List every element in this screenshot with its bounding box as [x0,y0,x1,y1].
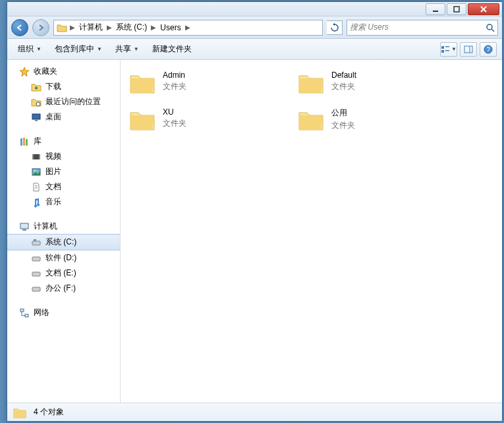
content-pane[interactable]: Admin文件夹 Default文件夹 XU文件夹 公用文件夹 [121,60,502,403]
sidebar-item-videos[interactable]: 视频 [7,149,120,164]
toolbar: 组织▼ 包含到库中▼ 共享▼ 新建文件夹 ▼ ? [7,39,502,60]
svg-point-4 [487,24,492,30]
view-options-button[interactable]: ▼ [440,42,457,57]
svg-rect-33 [32,287,40,291]
refresh-button[interactable] [327,20,343,35]
drive-icon [31,237,42,248]
help-button[interactable]: ? [480,42,497,57]
svg-rect-29 [32,241,40,245]
breadcrumb-item-folder[interactable]: Users [157,20,183,35]
breadcrumb[interactable]: ▶ 计算机 ▶ 系统 (C:) ▶ Users ▶ [53,20,323,36]
svg-rect-8 [441,50,444,53]
sidebar-item-pictures[interactable]: 图片 [7,164,120,179]
svg-rect-28 [22,229,26,231]
folder-item[interactable]: 公用文件夹 [294,105,463,135]
minimize-button[interactable] [426,3,445,15]
chevron-down-icon: ▼ [36,46,42,52]
status-count: 4 个对象 [34,407,64,418]
sidebar-item-label: 图片 [45,166,61,177]
include-library-button[interactable]: 包含到库中▼ [49,41,107,57]
sidebar-head-computer[interactable]: 计算机 [7,219,120,234]
sidebar-item-label: 音乐 [45,196,61,208]
sidebar-head-network[interactable]: 网络 [7,305,120,320]
drive-icon [31,283,42,294]
forward-button[interactable] [32,19,49,36]
maximize-button[interactable] [447,3,466,15]
sidebar-head-favorites[interactable]: 收藏夹 [7,64,120,79]
share-button[interactable]: 共享▼ [110,41,144,57]
chevron-right-icon: ▶ [69,24,76,31]
folder-name: 公用 [331,107,355,119]
folder-icon [13,406,27,419]
sidebar-item-label: 文档 [45,181,61,192]
share-label: 共享 [115,43,131,55]
folder-type: 文件夹 [331,81,356,92]
drive-icon [31,253,42,264]
sidebar-item-label: 最近访问的位置 [45,96,101,107]
drive-icon [31,268,42,279]
svg-rect-18 [23,138,25,146]
status-bar: 4 个对象 [7,403,502,421]
desktop-icon [31,112,42,123]
sidebar-label: 计算机 [34,221,57,232]
sidebar-item-downloads[interactable]: 下载 [7,79,120,94]
sidebar-item-music[interactable]: 音乐 [7,194,120,210]
folder-item[interactable]: Admin文件夹 [126,68,294,98]
breadcrumb-item-computer[interactable]: 计算机 [76,20,105,35]
sidebar-item-documents[interactable]: 文档 [7,179,120,194]
svg-rect-21 [32,154,34,159]
folder-name: XU [163,107,186,117]
preview-pane-button[interactable] [460,42,477,57]
sidebar-item-drive-e[interactable]: 文档 (E:) [7,266,120,281]
folder-icon [297,107,325,132]
svg-rect-32 [32,272,40,276]
svg-rect-10 [464,46,472,53]
close-button[interactable] [468,3,499,15]
sidebar-head-libraries[interactable]: 库 [7,134,120,149]
svg-rect-31 [32,257,40,261]
sidebar-item-drive-d[interactable]: 软件 (D:) [7,250,120,266]
search-placeholder: 搜索 Users [350,22,389,33]
folder-type: 文件夹 [163,118,186,129]
back-button[interactable] [11,19,28,36]
svg-rect-9 [445,50,449,51]
search-input[interactable]: 搜索 Users [347,20,498,36]
folder-icon [128,70,156,96]
svg-rect-1 [454,7,459,12]
svg-line-5 [491,29,494,32]
search-icon [486,23,495,32]
sidebar-item-label: 视频 [45,151,61,162]
sidebar-item-label: 桌面 [45,111,61,123]
sidebar-item-drive-f[interactable]: 办公 (F:) [7,281,120,296]
sidebar-item-label: 系统 (C:) [45,237,76,248]
music-icon [31,197,42,208]
chevron-down-icon: ▼ [451,46,457,52]
star-icon [19,67,30,77]
titlebar [7,2,502,16]
svg-point-24 [34,169,36,171]
folder-item[interactable]: Default文件夹 [294,68,463,98]
folder-name: Admin [163,70,186,80]
svg-rect-19 [26,139,28,146]
svg-rect-15 [32,114,40,119]
svg-rect-30 [34,239,36,241]
sidebar-item-desktop[interactable]: 桌面 [7,109,120,125]
svg-rect-22 [39,154,40,159]
folder-item[interactable]: XU文件夹 [126,105,294,135]
network-icon [19,308,30,318]
new-folder-button[interactable]: 新建文件夹 [147,41,197,57]
svg-rect-16 [35,120,38,121]
svg-text:?: ? [486,46,490,53]
sidebar-item-label: 下载 [45,81,61,92]
sidebar-item-label: 文档 (E:) [45,268,76,279]
recent-icon [31,97,42,107]
svg-point-14 [36,102,40,106]
organize-button[interactable]: 组织▼ [13,41,47,57]
folder-type: 文件夹 [331,120,355,131]
sidebar-item-recent[interactable]: 最近访问的位置 [7,94,120,109]
sidebar-label: 收藏夹 [34,66,57,77]
chevron-right-icon: ▶ [184,24,192,31]
sidebar-item-drive-c[interactable]: 系统 (C:) [7,234,120,250]
breadcrumb-item-drive[interactable]: 系统 (C:) [113,20,150,35]
library-icon [19,136,30,147]
